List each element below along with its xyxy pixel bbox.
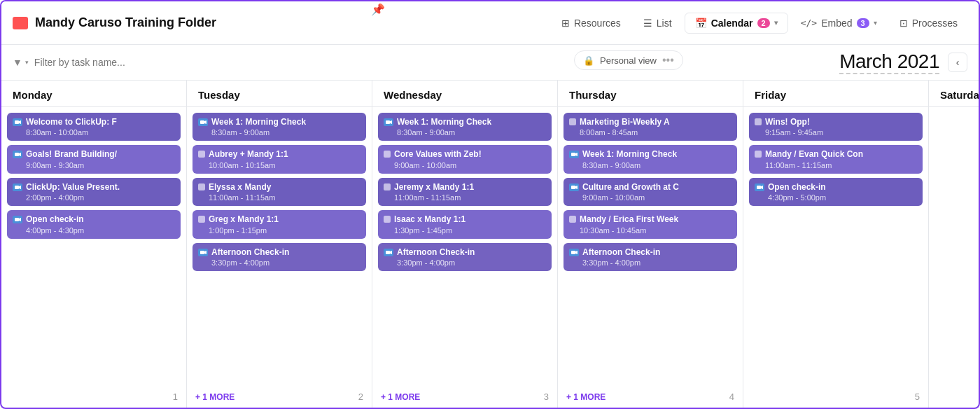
tab-list[interactable]: ☰ List [634,13,682,33]
prev-month-button[interactable]: ‹ [948,53,967,72]
event-card[interactable]: Greg x Mandy 1:11:00pm - 1:15pm [192,210,366,238]
day-headers: Monday Tuesday Wednesday Thursday Friday… [1,81,979,107]
event-title: Mandy / Evan Quick Con [765,149,863,159]
day-number: 2 [358,391,363,402]
event-title: ClickUp: Value Present. [26,182,120,192]
event-card[interactable]: Wins! Opp!9:15am - 9:45am [749,113,923,141]
month-title: March 2021 [839,50,939,74]
folder-title-text: Mandy Caruso Training Folder [35,15,216,30]
tab-list-label: List [657,18,672,29]
task-icon [198,183,205,190]
embed-badge: 3 [857,18,869,28]
tab-calendar[interactable]: 📅 Calendar 2 ▾ [685,13,788,34]
more-events-link[interactable]: + 1 MORE [195,392,234,402]
event-card[interactable]: Afternoon Check-in3:30pm - 4:00pm [378,243,552,271]
event-card[interactable]: Open check-in4:30pm - 5:00pm [749,178,923,206]
event-time: 3:30pm - 4:00pm [397,258,475,267]
event-title: Elyssa x Mandy [209,182,275,192]
task-icon [384,216,391,223]
event-time: 3:30pm - 4:00pm [582,258,660,267]
video-camera-icon [384,249,393,256]
event-time: 3:30pm - 4:00pm [211,258,289,267]
calendar-container: Monday Tuesday Wednesday Thursday Friday… [1,81,979,408]
personal-view-more[interactable]: ••• [662,54,674,67]
svg-rect-8 [200,120,204,124]
event-time: 11:00am - 11:15am [209,193,275,202]
event-time: 8:30am - 9:00am [211,128,306,137]
svg-rect-20 [571,251,575,254]
svg-rect-2 [15,153,19,156]
filter-button[interactable]: ▼ ▾ [13,57,29,68]
event-card[interactable]: Mandy / Evan Quick Con11:00am - 11:15am [749,145,923,173]
list-icon: ☰ [643,18,652,29]
event-card[interactable]: Afternoon Check-in3:30pm - 4:00pm [564,243,737,271]
svg-marker-7 [19,218,21,221]
video-camera-icon [13,183,22,191]
task-icon [384,183,391,190]
svg-marker-17 [575,153,578,156]
event-title: Afternoon Check-in [397,247,475,257]
event-title: Open check-in [768,182,826,192]
lock-icon: 🔒 [583,55,594,66]
event-card[interactable]: ClickUp: Value Present.2:00pm - 4:00pm [7,178,181,206]
event-time: 1:00pm - 1:15pm [209,226,279,235]
event-title: Aubrey + Mandy 1:1 [209,149,288,159]
day-number: 4 [729,391,734,402]
more-events-link[interactable]: + 1 MORE [381,392,420,402]
event-title: Jeremy x Mandy 1:1 [394,182,474,192]
event-card[interactable]: Goals! Brand Building/9:00am - 9:30am [7,145,181,173]
svg-rect-22 [757,186,761,189]
month-nav: March 2021 ‹ [839,50,967,74]
event-title: Welcome to ClickUp: F [26,117,117,127]
filter-input[interactable] [34,57,157,68]
task-icon [755,151,762,158]
calendar-chevron: ▾ [774,19,778,27]
more-events-link[interactable]: + 1 MORE [566,392,606,402]
event-card[interactable]: Open check-in4:00pm - 4:30pm [7,210,181,238]
event-card[interactable]: Welcome to ClickUp: F8:30am - 10:00am [7,113,181,141]
event-card[interactable]: Aubrey + Mandy 1:110:00am - 10:15am [192,145,366,173]
event-card[interactable]: Week 1: Morning Check8:30am - 9:00am [192,113,366,141]
event-card[interactable]: Elyssa x Mandy11:00am - 11:15am [192,178,366,206]
day-number: 1 [173,391,178,402]
tab-processes[interactable]: ⊡ Processes [890,13,967,33]
event-card[interactable]: Week 1: Morning Check8:30am - 9:00am [378,113,552,141]
svg-marker-3 [19,153,21,156]
event-card[interactable]: Jeremy x Mandy 1:111:00am - 11:15am [378,178,552,206]
event-title: Open check-in [26,214,84,224]
event-time: 4:30pm - 5:00pm [768,193,826,202]
event-card[interactable]: Mandy / Erica First Week10:30am - 10:45a… [564,210,737,238]
personal-view-bar[interactable]: 🔒 Personal view ••• [574,50,683,70]
app-container: Mandy Caruso Training Folder 📌 ⊞ Resourc… [0,0,980,409]
pin-icon: 📌 [371,3,385,16]
day-column-friday: Wins! Opp!9:15am - 9:45amMandy / Evan Qu… [743,107,929,408]
event-title: Afternoon Check-in [211,247,289,257]
task-icon [198,216,205,223]
event-title: Marketing Bi-Weekly A [580,117,670,127]
event-title: Culture and Growth at C [582,182,679,192]
event-card[interactable]: Marketing Bi-Weekly A8:00am - 8:45am [564,113,737,141]
tab-embed[interactable]: </> Embed 3 ▾ [791,13,887,33]
tab-resources[interactable]: ⊞ Resources [552,13,631,33]
nav-tabs: ⊞ Resources ☰ List 📅 Calendar 2 ▾ </> Em… [552,13,967,34]
svg-marker-13 [390,120,392,124]
event-title: Afternoon Check-in [582,247,660,257]
task-icon [569,118,576,125]
svg-rect-0 [15,120,19,124]
svg-marker-1 [19,120,21,124]
tab-calendar-label: Calendar [711,18,753,29]
day-column-monday: Welcome to ClickUp: F8:30am - 10:00amGoa… [1,107,187,408]
day-header-monday: Monday [1,81,187,106]
event-title: Week 1: Morning Check [397,117,491,127]
event-card[interactable]: Afternoon Check-in3:30pm - 4:00pm [192,243,366,271]
video-camera-icon [569,249,579,256]
event-card[interactable]: Culture and Growth at C9:00am - 10:00am [564,178,737,206]
event-time: 8:30am - 10:00am [26,128,117,137]
event-time: 8:30am - 9:00am [582,161,677,169]
svg-marker-9 [204,120,206,124]
event-card[interactable]: Week 1: Morning Check8:30am - 9:00am [564,145,737,173]
day-number: 3 [544,391,549,402]
event-card[interactable]: Isaac x Mandy 1:11:30pm - 1:45pm [378,210,552,238]
header: Mandy Caruso Training Folder 📌 ⊞ Resourc… [1,1,979,45]
event-card[interactable]: Core Values with Zeb!9:00am - 10:00am [378,145,552,173]
